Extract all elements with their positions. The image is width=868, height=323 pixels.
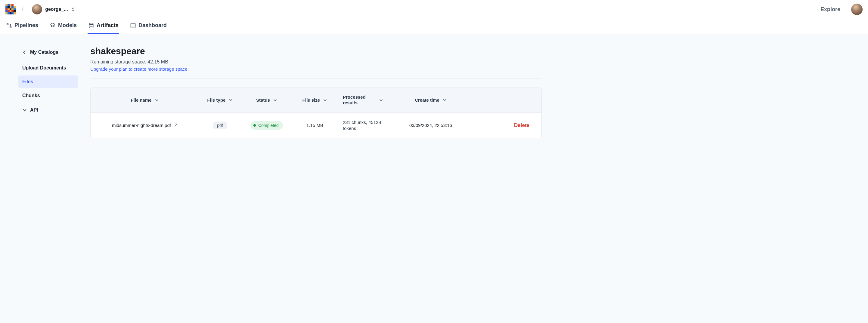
breadcrumb-separator: /	[20, 5, 25, 13]
th-label: Create time	[415, 97, 439, 102]
th-label: File name	[131, 97, 151, 102]
th-file-name[interactable]: File name	[91, 88, 199, 112]
sidebar-item-files[interactable]: Files	[18, 75, 78, 88]
tab-dashboard[interactable]: Dashboard	[129, 21, 167, 34]
artifacts-icon	[88, 23, 94, 29]
svg-point-1	[10, 26, 11, 28]
workspace-selector[interactable]: george_...	[30, 3, 78, 15]
divider	[90, 78, 542, 78]
sidebar-api-label: API	[30, 107, 38, 113]
sidebar-back-catalogs[interactable]: My Catalogs	[18, 46, 78, 59]
cell-status: Completed	[241, 113, 292, 138]
cell-processed: 231 chunks, 45128 tokens	[337, 113, 395, 138]
chevron-down-icon	[155, 98, 159, 102]
tab-models[interactable]: Models	[49, 21, 78, 34]
models-icon	[50, 23, 56, 29]
table-row: midsummer-nights-dream.pdf pdf Completed…	[91, 113, 541, 138]
app-logo[interactable]	[5, 4, 16, 14]
th-label: Processed results	[343, 94, 376, 106]
th-processed[interactable]: Processed results	[337, 88, 395, 112]
cell-file-type: pdf	[199, 113, 241, 138]
cell-create-time: 03/09/2024, 22:53:16	[395, 113, 467, 138]
user-avatar-small	[32, 4, 42, 14]
sidebar-item-label: Upload Documents	[22, 65, 66, 71]
create-time-text: 03/09/2024, 22:53:16	[409, 123, 452, 128]
status-dot-icon	[253, 124, 256, 127]
th-label: File type	[207, 97, 226, 102]
sidebar-item-chunks[interactable]: Chunks	[18, 89, 78, 102]
explore-link[interactable]: Explore	[820, 6, 840, 13]
chevron-down-icon	[22, 108, 27, 112]
processed-text: 231 chunks, 45128 tokens	[343, 119, 389, 132]
chevron-down-icon	[228, 98, 232, 102]
status-badge: Completed	[250, 121, 283, 130]
arrow-left-icon	[22, 50, 27, 55]
main-content: shakespeare Remaining storage space: 42.…	[90, 34, 560, 323]
sidebar-back-label: My Catalogs	[30, 50, 58, 55]
tab-artifacts-label: Artifacts	[97, 22, 119, 29]
th-label: File size	[303, 97, 320, 102]
th-label: Status	[256, 97, 270, 102]
th-actions	[467, 88, 541, 112]
tab-artifacts[interactable]: Artifacts	[88, 21, 119, 34]
sidebar: My Catalogs Upload Documents Files Chunk…	[0, 34, 90, 323]
tab-models-label: Models	[58, 22, 77, 29]
files-table: File name File type Status File size Pro…	[90, 88, 542, 138]
tab-dashboard-label: Dashboard	[138, 22, 167, 29]
chevron-down-icon	[273, 98, 277, 102]
th-file-size[interactable]: File size	[292, 88, 337, 112]
tab-pipelines-label: Pipelines	[14, 22, 38, 29]
user-avatar-menu[interactable]	[851, 4, 863, 15]
svg-point-0	[7, 23, 8, 25]
upgrade-plan-link[interactable]: Upgrade your plan to create more storage…	[90, 66, 187, 72]
cell-file-name[interactable]: midsummer-nights-dream.pdf	[91, 113, 199, 138]
status-text: Completed	[258, 123, 279, 128]
svg-point-2	[89, 23, 93, 24]
file-size-text: 1.15 MB	[306, 123, 323, 128]
topbar: / george_... Explore	[0, 0, 868, 18]
sidebar-item-api[interactable]: API	[18, 104, 78, 117]
cell-actions: Delete	[467, 113, 541, 138]
chevron-down-icon	[442, 98, 447, 102]
main-nav: Pipelines Models Artifacts Dashboard	[0, 18, 868, 34]
th-file-type[interactable]: File type	[199, 88, 241, 112]
external-link-icon	[173, 123, 178, 128]
cell-file-size: 1.15 MB	[292, 113, 337, 138]
file-type-badge: pdf	[213, 122, 226, 129]
table-header: File name File type Status File size Pro…	[91, 88, 541, 113]
storage-remaining: Remaining storage space: 42.15 MB	[90, 59, 542, 65]
sidebar-item-label: Files	[22, 79, 33, 85]
body: My Catalogs Upload Documents Files Chunk…	[0, 34, 868, 323]
sidebar-item-label: Chunks	[22, 93, 40, 98]
chevron-down-icon	[379, 98, 383, 102]
sidebar-item-upload[interactable]: Upload Documents	[18, 62, 78, 74]
dashboard-icon	[130, 23, 136, 29]
workspace-name: george_...	[45, 7, 68, 12]
th-status[interactable]: Status	[241, 88, 292, 112]
chevron-up-down-icon	[71, 7, 75, 11]
th-create-time[interactable]: Create time	[395, 88, 467, 112]
page-title: shakespeare	[90, 46, 542, 56]
pipelines-icon	[6, 23, 12, 29]
delete-button[interactable]: Delete	[514, 122, 529, 128]
chevron-down-icon	[323, 98, 327, 102]
tab-pipelines[interactable]: Pipelines	[5, 21, 39, 34]
file-name-text: midsummer-nights-dream.pdf	[112, 123, 171, 128]
